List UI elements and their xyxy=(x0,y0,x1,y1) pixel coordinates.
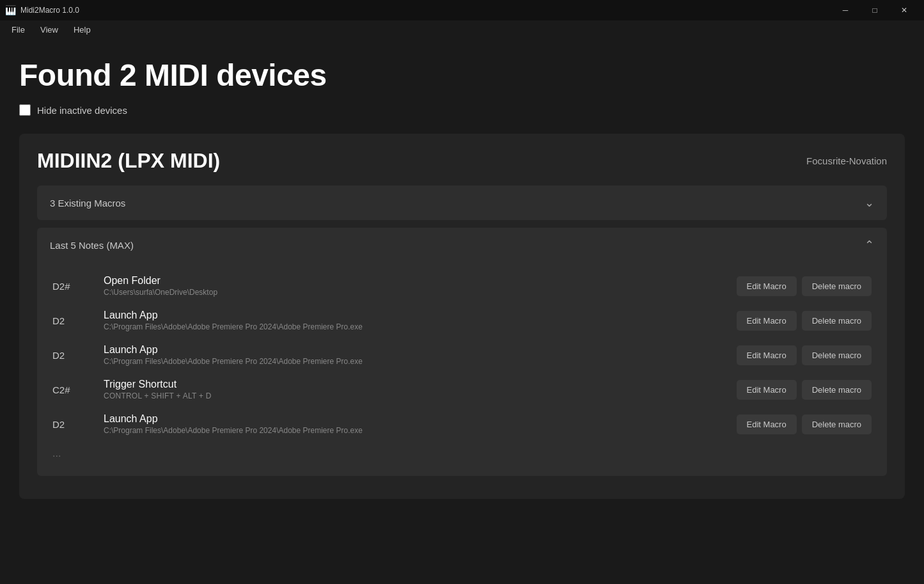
note-action-name: Launch App xyxy=(104,344,737,356)
note-row: D2# Open Folder C:\Users\surfa\OneDrive\… xyxy=(47,269,877,303)
menu-help[interactable]: Help xyxy=(67,22,97,37)
delete-macro-button[interactable]: Delete macro xyxy=(802,276,872,296)
note-key: D2# xyxy=(52,281,104,292)
app-title: Midi2Macro 1.0.0 xyxy=(20,6,79,15)
note-action-detail: C:\Program Files\Adobe\Adobe Premiere Pr… xyxy=(104,426,737,435)
existing-macros-title: 3 Existing Macros xyxy=(50,198,125,209)
app-icon: 🎹 xyxy=(5,5,15,15)
note-key: D2 xyxy=(52,419,104,430)
device-name: MIDIIN2 (LPX MIDI) xyxy=(37,149,220,173)
note-buttons: Edit Macro Delete macro xyxy=(737,311,872,331)
delete-macro-button[interactable]: Delete macro xyxy=(802,311,872,331)
title-bar-controls: ─ □ ✕ xyxy=(831,0,919,20)
existing-macros-section: 3 Existing Macros ⌄ xyxy=(37,185,887,220)
device-manufacturer: Focusrite-Novation xyxy=(806,155,887,166)
edit-macro-button[interactable]: Edit Macro xyxy=(737,311,797,331)
delete-macro-button[interactable]: Delete macro xyxy=(802,414,872,434)
note-row: D2 Launch App C:\Program Files\Adobe\Ado… xyxy=(47,407,877,441)
hide-inactive-checkbox[interactable] xyxy=(19,104,31,116)
menu-view[interactable]: View xyxy=(34,22,65,37)
note-buttons: Edit Macro Delete macro xyxy=(737,414,872,434)
close-button[interactable]: ✕ xyxy=(889,0,919,20)
title-bar-left: 🎹 Midi2Macro 1.0.0 xyxy=(5,5,79,15)
hide-inactive-label[interactable]: Hide inactive devices xyxy=(37,105,127,116)
notes-body: D2# Open Folder C:\Users\surfa\OneDrive\… xyxy=(37,262,887,476)
note-action-block: Trigger Shortcut CONTROL + SHIFT + ALT +… xyxy=(104,379,737,400)
note-action-block: Open Folder C:\Users\surfa\OneDrive\Desk… xyxy=(104,275,737,297)
note-action-block: Launch App C:\Program Files\Adobe\Adobe … xyxy=(104,413,737,435)
note-action-name: Open Folder xyxy=(104,275,737,287)
edit-macro-button[interactable]: Edit Macro xyxy=(737,345,797,365)
edit-macro-button[interactable]: Edit Macro xyxy=(737,276,797,296)
note-key: C2# xyxy=(52,384,104,395)
note-action-detail: C:\Program Files\Adobe\Adobe Premiere Pr… xyxy=(104,322,737,331)
notes-ellipsis: ... xyxy=(47,441,877,466)
note-action-name: Trigger Shortcut xyxy=(104,379,737,390)
notes-section: Last 5 Notes (MAX) ⌃ D2# Open Folder C:\… xyxy=(37,228,887,476)
title-bar: 🎹 Midi2Macro 1.0.0 ─ □ ✕ xyxy=(0,0,924,20)
device-header: MIDIIN2 (LPX MIDI) Focusrite-Novation xyxy=(37,149,887,173)
notes-title: Last 5 Notes (MAX) xyxy=(50,240,134,251)
delete-macro-button[interactable]: Delete macro xyxy=(802,380,872,400)
page-title: Found 2 MIDI devices xyxy=(19,58,905,93)
main-content: Found 2 MIDI devices Hide inactive devic… xyxy=(0,38,924,584)
note-row: C2# Trigger Shortcut CONTROL + SHIFT + A… xyxy=(47,372,877,407)
existing-macros-header[interactable]: 3 Existing Macros ⌄ xyxy=(37,185,887,220)
notes-chevron-up-icon: ⌃ xyxy=(865,238,874,252)
minimize-button[interactable]: ─ xyxy=(831,0,860,20)
edit-macro-button[interactable]: Edit Macro xyxy=(737,414,797,434)
note-key: D2 xyxy=(52,315,104,326)
note-key: D2 xyxy=(52,350,104,361)
existing-macros-chevron-down-icon: ⌄ xyxy=(865,196,874,210)
note-action-detail: CONTROL + SHIFT + ALT + D xyxy=(104,391,737,400)
device-card: MIDIIN2 (LPX MIDI) Focusrite-Novation 3 … xyxy=(19,134,905,499)
edit-macro-button[interactable]: Edit Macro xyxy=(737,380,797,400)
note-action-block: Launch App C:\Program Files\Adobe\Adobe … xyxy=(104,310,737,331)
note-buttons: Edit Macro Delete macro xyxy=(737,345,872,365)
hide-inactive-row: Hide inactive devices xyxy=(19,104,905,116)
note-action-name: Launch App xyxy=(104,310,737,321)
menu-file[interactable]: File xyxy=(5,22,31,37)
note-row: D2 Launch App C:\Program Files\Adobe\Ado… xyxy=(47,303,877,338)
notes-header[interactable]: Last 5 Notes (MAX) ⌃ xyxy=(37,228,887,262)
note-action-name: Launch App xyxy=(104,413,737,425)
note-row: D2 Launch App C:\Program Files\Adobe\Ado… xyxy=(47,338,877,372)
note-action-block: Launch App C:\Program Files\Adobe\Adobe … xyxy=(104,344,737,366)
maximize-button[interactable]: □ xyxy=(860,0,889,20)
delete-macro-button[interactable]: Delete macro xyxy=(802,345,872,365)
note-buttons: Edit Macro Delete macro xyxy=(737,380,872,400)
note-buttons: Edit Macro Delete macro xyxy=(737,276,872,296)
note-action-detail: C:\Program Files\Adobe\Adobe Premiere Pr… xyxy=(104,357,737,366)
menu-bar: File View Help xyxy=(0,20,924,38)
note-action-detail: C:\Users\surfa\OneDrive\Desktop xyxy=(104,288,737,297)
